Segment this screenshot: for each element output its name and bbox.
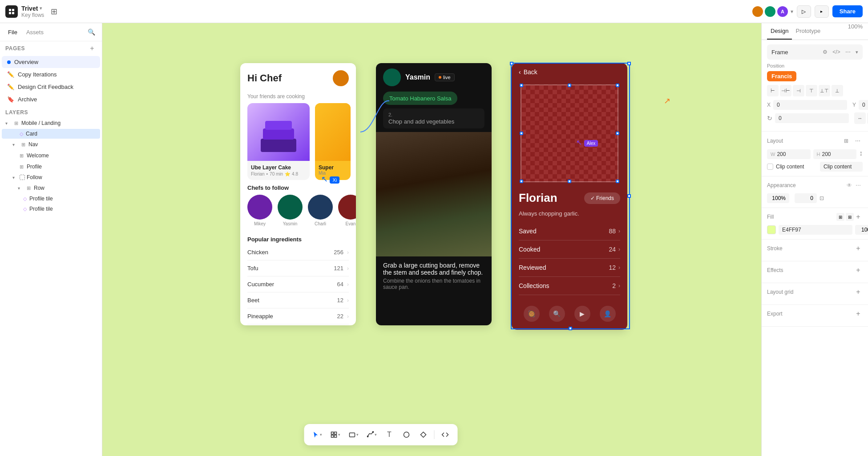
panel-toggle[interactable]: ⊞ [48,5,60,18]
corner-input[interactable] [795,193,817,203]
x-input[interactable] [773,100,847,110]
sel-handle-tr[interactable] [616,84,619,87]
tool-code[interactable] [438,428,452,442]
page-item-archive[interactable]: 🔖 Archive [2,93,100,105]
opacity-input[interactable] [767,193,789,203]
frame-icon-dots[interactable]: ⋯ [843,47,853,57]
align-center-v-button[interactable]: ⊥⊤ [819,85,830,96]
height-input[interactable] [822,151,853,157]
tool-rect[interactable]: ▾ [346,429,361,440]
ingredient-tofu[interactable]: Tofu 121 › [247,260,349,276]
page-item-copy-iterations[interactable]: ✏️ Copy Iterations [2,68,100,80]
layout-icon-grid[interactable]: ⊞ [841,136,851,146]
flip-h-button[interactable]: ↔ [854,112,866,124]
ingredient-cucumber[interactable]: Cucumber 64 › [247,276,349,292]
layer-row[interactable]: ▾ ⊞ Row [2,183,100,193]
fill-mode-btn[interactable]: ⊞ [836,213,844,221]
tab-design[interactable]: Design [767,23,792,40]
layout-icon-dots[interactable]: ⋯ [853,136,863,146]
avatar-chevron[interactable]: ▾ [791,8,793,15]
width-input[interactable] [777,151,807,157]
chef-mikey[interactable]: Mikey [247,195,272,226]
tab-file[interactable]: File [5,27,20,37]
layer-nav[interactable]: ▾ ⊞ Nav [2,139,100,150]
pages-section-header[interactable]: Pages + [0,41,102,56]
stat-cooked[interactable]: Cooked 24 › [519,240,620,259]
ingredient-beet[interactable]: Beet 12 › [247,292,349,308]
sel-handle-ml[interactable] [520,132,523,135]
page-item-overview[interactable]: Overview [2,56,100,68]
align-right-button[interactable]: ⊣ [793,85,804,96]
home-user-avatar[interactable] [333,70,349,86]
layer-follow[interactable]: ▾ Follow [2,172,100,182]
fill-opacity-input[interactable] [855,225,868,235]
tool-text[interactable]: T [382,428,396,442]
tool-select[interactable]: ▾ [309,429,325,440]
layer-mobile-landing[interactable]: ▾ ⊞ Mobile / Landing [2,118,100,128]
chef-charli[interactable]: Charli [308,195,333,226]
add-export-button[interactable]: + [854,309,863,318]
clip-dropdown[interactable]: Clip content [820,162,863,172]
align-bottom-button[interactable]: ⊥ [832,85,843,96]
back-button[interactable]: ‹ Back [512,63,627,81]
fill-color-swatch[interactable] [767,225,776,234]
nav-search-icon[interactable]: 🔍 [549,306,565,322]
clip-content-checkbox[interactable] [767,164,773,170]
app-title[interactable]: Trivet ▾ [21,5,44,12]
present-button[interactable]: ▸ [815,5,829,18]
add-stroke-button[interactable]: + [854,244,863,253]
chef-yasmin[interactable]: Yasmin [278,195,303,226]
sel-handle-bl[interactable] [520,180,523,183]
align-top-button[interactable]: ⊤ [806,85,817,96]
tab-prototype[interactable]: Prototype [792,23,824,40]
layer-card[interactable]: ◇ Card [2,129,100,139]
tab-assets[interactable]: Assets [24,27,46,37]
share-button[interactable]: Share [832,5,863,17]
search-button[interactable]: 🔍 [86,27,97,37]
nav-save-icon[interactable]: 🥘 [524,306,540,322]
resize-icon[interactable]: ⊡ [820,195,824,201]
sel-handle-br[interactable] [616,180,619,183]
add-effect-button[interactable]: + [854,266,863,275]
layer-profile-tile-2[interactable]: ◇ Profile tile [2,204,100,214]
frame-selector[interactable]: Frame ⚙ </> ⋯ ▾ [767,44,863,60]
sel-handle-mr[interactable] [616,132,619,135]
r-input[interactable] [775,113,849,123]
frame-icon-gear[interactable]: ⚙ [820,47,830,57]
stat-collections[interactable]: Collections 2 › [519,277,620,295]
size-link-icon[interactable]: ↕ [859,149,863,159]
y-input[interactable] [859,100,868,110]
chef-evan[interactable]: Evan [338,195,356,226]
canvas[interactable]: Hi Chef Your friends are cooking [102,23,761,456]
tool-ellipse[interactable] [399,428,413,442]
ingredient-pineapple[interactable]: Pineapple 22 › [247,308,349,324]
sel-handle-bm[interactable] [568,180,571,183]
recipe-card-2[interactable]: Super Mia [315,103,351,180]
stat-reviewed[interactable]: Reviewed 12 › [519,259,620,277]
play-button[interactable]: ▷ [797,5,811,18]
align-center-h-button[interactable]: ⊣⊢ [780,85,791,96]
nav-play-icon[interactable]: ▶ [574,306,590,322]
add-page-button[interactable]: + [88,44,97,53]
appearance-extra-icon[interactable]: ⋯ [854,181,863,190]
recipe-card-1[interactable]: Ube Layer Cake Florian • 70 min ⭐ 4.8 [247,103,310,180]
fill-hex-input[interactable] [779,225,852,235]
sel-handle-tl[interactable] [520,84,523,87]
nav-profile-icon[interactable]: 👤 [600,306,616,322]
align-left-button[interactable]: ⊢ [767,85,779,96]
appearance-visibility-icon[interactable]: 👁 [845,181,854,190]
tool-frame[interactable]: ▾ [327,429,343,440]
layer-profile[interactable]: ⊞ Profile [2,161,100,172]
layer-profile-tile-1[interactable]: ◇ Profile tile [2,194,100,204]
tool-vector[interactable]: ▾ [364,429,379,440]
add-grid-button[interactable]: + [854,288,863,296]
add-fill-button[interactable]: + [854,212,863,221]
tool-component[interactable] [416,428,430,442]
page-item-design-crit[interactable]: ✏️ Design Crit Feedback [2,81,100,93]
layer-welcome[interactable]: ⊞ Welcome [2,150,100,161]
recipe-tag[interactable]: Tomato Habanero Salsa [383,92,457,105]
frame-icon-code[interactable]: </> [832,47,841,57]
stat-saved[interactable]: Saved 88 › [519,222,620,240]
ingredient-chicken[interactable]: Chicken 256 › [247,244,349,260]
sel-handle-tm[interactable] [568,84,571,87]
